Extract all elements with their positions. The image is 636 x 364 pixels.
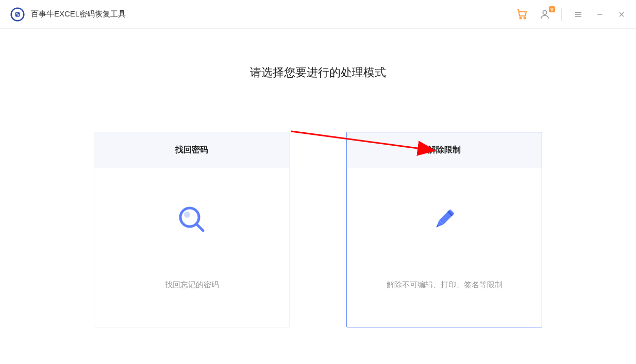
cart-icon[interactable] — [516, 8, 528, 21]
svg-rect-3 — [18, 14, 19, 16]
card-body: 解除不可编辑、打印、签名等限制 — [347, 168, 542, 327]
card-body: 找回忘记的密码 — [94, 168, 289, 327]
svg-point-6 — [543, 10, 546, 14]
svg-line-15 — [197, 224, 203, 231]
header-right: V — [516, 8, 628, 21]
magnifier-icon — [177, 205, 206, 234]
svg-point-14 — [184, 212, 190, 218]
card-description: 找回忘记的密码 — [165, 280, 219, 290]
svg-point-4 — [520, 17, 522, 19]
app-logo-icon — [10, 7, 25, 22]
svg-point-5 — [524, 17, 526, 19]
app-title: 百事牛EXCEL密码恢复工具 — [31, 9, 126, 19]
svg-rect-16 — [439, 209, 455, 224]
window-controls — [572, 8, 628, 21]
vip-badge: V — [549, 6, 555, 12]
close-icon[interactable] — [615, 8, 628, 21]
menu-icon[interactable] — [572, 8, 584, 21]
user-icon[interactable]: V — [539, 8, 551, 21]
card-description: 解除不可编辑、打印、签名等限制 — [387, 280, 503, 290]
main-content: 请选择您要进行的处理模式 找回密码 找回忘记的密码 解除限制 — [0, 29, 636, 327]
card-header: 解除限制 — [347, 132, 542, 168]
card-header: 找回密码 — [94, 132, 289, 168]
mode-card-remove-restrictions[interactable]: 解除限制 解除不可编辑、打印、签名等限制 — [346, 132, 542, 327]
main-heading: 请选择您要进行的处理模式 — [0, 65, 636, 80]
cards-container: 找回密码 找回忘记的密码 解除限制 — [0, 132, 636, 327]
app-header: 百事牛EXCEL密码恢复工具 V — [0, 0, 636, 29]
mode-card-recover-password[interactable]: 找回密码 找回忘记的密码 — [94, 132, 290, 327]
card-title: 解除限制 — [347, 145, 542, 155]
minimize-icon[interactable] — [594, 8, 606, 21]
header-separator — [561, 8, 562, 21]
svg-rect-2 — [16, 13, 18, 14]
card-title: 找回密码 — [94, 145, 289, 155]
pencil-icon — [430, 205, 459, 234]
header-left: 百事牛EXCEL密码恢复工具 — [10, 7, 126, 22]
